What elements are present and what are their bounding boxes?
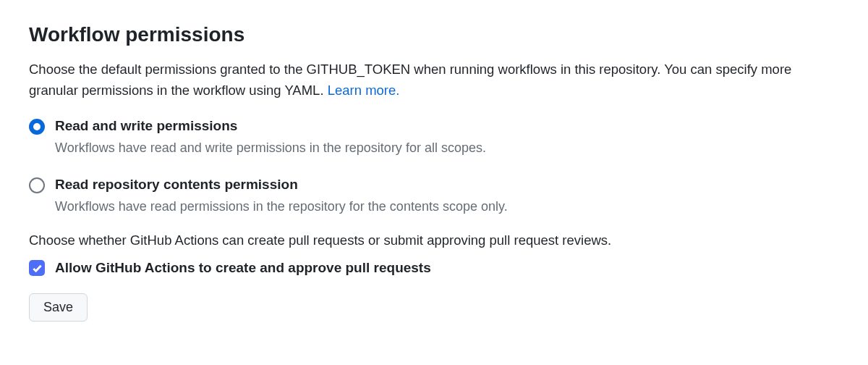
section-heading: Workflow permissions [29, 23, 839, 46]
radio-option-read-only[interactable]: Read repository contents permission Work… [29, 177, 839, 217]
radio-desc-read-write: Workflows have read and write permission… [55, 138, 839, 158]
allow-pr-label: Allow GitHub Actions to create and appro… [55, 260, 431, 276]
allow-pr-checkbox-row[interactable]: Allow GitHub Actions to create and appro… [29, 260, 839, 276]
description-text: Choose the default permissions granted t… [29, 62, 791, 98]
radio-title-read-write: Read and write permissions [55, 118, 839, 134]
permissions-radio-group: Read and write permissions Workflows hav… [29, 118, 839, 217]
radio-input-read-write[interactable] [29, 119, 45, 135]
radio-input-read-only[interactable] [29, 177, 45, 193]
allow-pr-checkbox[interactable] [29, 260, 45, 276]
radio-desc-read-only: Workflows have read permissions in the r… [55, 197, 839, 217]
check-icon [32, 263, 43, 274]
learn-more-link[interactable]: Learn more. [328, 83, 400, 98]
radio-content: Read repository contents permission Work… [55, 177, 839, 217]
radio-content: Read and write permissions Workflows hav… [55, 118, 839, 158]
section-description: Choose the default permissions granted t… [29, 59, 839, 101]
radio-option-read-write[interactable]: Read and write permissions Workflows hav… [29, 118, 839, 158]
save-button[interactable]: Save [29, 293, 88, 322]
radio-title-read-only: Read repository contents permission [55, 177, 839, 193]
pr-description: Choose whether GitHub Actions can create… [29, 232, 839, 248]
